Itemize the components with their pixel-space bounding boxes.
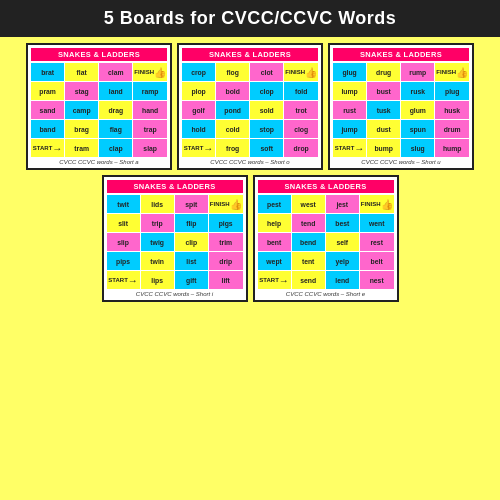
cell-r4-c0: START→ [258, 271, 291, 289]
cell-r4-c3: nest [360, 271, 394, 289]
cell-r4-c0: START→ [182, 139, 215, 157]
cell-r2-c1: camp [65, 101, 98, 119]
cell-r2-c0: golf [182, 101, 215, 119]
word-grid: cropflogclotFINISH👍plopboldclopfoldgolfp… [182, 63, 318, 157]
cell-r1-c2: clop [250, 82, 283, 100]
cell-r0-c1: drug [367, 63, 400, 81]
cell-r0-c1: flat [65, 63, 98, 81]
board-board3: SNAKES & LADDERSglugdrugrumpFINISH👍lumpb… [328, 43, 474, 170]
cell-r3-c0: wept [258, 252, 291, 270]
cell-r0-c2: clam [99, 63, 132, 81]
cell-r1-c1: stag [65, 82, 98, 100]
cell-r4-c2: slug [401, 139, 434, 157]
cell-r3-c0: jump [333, 120, 366, 138]
cell-r0-c1: lids [141, 195, 174, 213]
cell-r2-c1: tusk [367, 101, 400, 119]
cell-r4-c0: START→ [107, 271, 140, 289]
cell-r4-c1: bump [367, 139, 400, 157]
board-label: CVCC CCVC words – Short o [182, 159, 318, 165]
cell-r3-c2: list [175, 252, 208, 270]
cell-r2-c0: sand [31, 101, 64, 119]
board-board1: SNAKES & LADDERSbratflatclamFINISH👍prams… [26, 43, 172, 170]
cell-r3-c1: twin [141, 252, 174, 270]
board-label: CVCC CCVC words – Short e [258, 291, 394, 297]
cell-r1-c0: slit [107, 214, 140, 232]
cell-r3-c2: stop [250, 120, 283, 138]
word-grid: pestwestjestFINISH👍helptendbestwentbentb… [258, 195, 394, 289]
cell-r0-c2: clot [250, 63, 283, 81]
cell-r2-c2: drag [99, 101, 132, 119]
cell-r0-c3: FINISH👍 [284, 63, 318, 81]
cell-r2-c2: sold [250, 101, 283, 119]
cell-r1-c1: bold [216, 82, 249, 100]
cell-r1-c0: lump [333, 82, 366, 100]
cell-r0-c0: crop [182, 63, 215, 81]
cell-r1-c3: pigs [209, 214, 243, 232]
word-grid: bratflatclamFINISH👍pramstaglandrampsandc… [31, 63, 167, 157]
cell-r3-c1: dust [367, 120, 400, 138]
cell-r4-c3: drop [284, 139, 318, 157]
cell-r4-c1: tram [65, 139, 98, 157]
cell-r2-c2: glum [401, 101, 434, 119]
cell-r4-c1: lips [141, 271, 174, 289]
board-board2: SNAKES & LADDERScropflogclotFINISH👍plopb… [177, 43, 323, 170]
word-grid: twitlidsspitFINISH👍slittripflippigsslipt… [107, 195, 243, 289]
cell-r2-c0: bent [258, 233, 291, 251]
cell-r1-c2: flip [175, 214, 208, 232]
cell-r4-c1: send [292, 271, 325, 289]
board-title: SNAKES & LADDERS [258, 180, 394, 193]
cell-r2-c0: slip [107, 233, 140, 251]
cell-r1-c2: best [326, 214, 359, 232]
cell-r1-c0: pram [31, 82, 64, 100]
cell-r4-c0: START→ [333, 139, 366, 157]
cell-r1-c2: land [99, 82, 132, 100]
cell-r0-c0: pest [258, 195, 291, 213]
cell-r4-c3: hump [435, 139, 469, 157]
cell-r0-c0: glug [333, 63, 366, 81]
cell-r3-c3: drip [209, 252, 243, 270]
board-title: SNAKES & LADDERS [107, 180, 243, 193]
cell-r4-c0: START→ [31, 139, 64, 157]
cell-r2-c3: rest [360, 233, 394, 251]
cell-r0-c2: jest [326, 195, 359, 213]
cell-r4-c2: clap [99, 139, 132, 157]
cell-r3-c3: trap [133, 120, 167, 138]
cell-r4-c2: gift [175, 271, 208, 289]
cell-r2-c3: trim [209, 233, 243, 251]
cell-r3-c3: drum [435, 120, 469, 138]
cell-r0-c1: flog [216, 63, 249, 81]
cell-r0-c3: FINISH👍 [133, 63, 167, 81]
cell-r2-c1: twig [141, 233, 174, 251]
cell-r1-c2: rusk [401, 82, 434, 100]
cell-r0-c3: FINISH👍 [360, 195, 394, 213]
cell-r1-c3: went [360, 214, 394, 232]
cell-r2-c3: husk [435, 101, 469, 119]
cell-r1-c0: plop [182, 82, 215, 100]
cell-r2-c1: pond [216, 101, 249, 119]
cell-r1-c3: plug [435, 82, 469, 100]
cell-r1-c1: bust [367, 82, 400, 100]
cell-r4-c3: lift [209, 271, 243, 289]
board-title: SNAKES & LADDERS [333, 48, 469, 61]
cell-r3-c1: cold [216, 120, 249, 138]
cell-r0-c2: spit [175, 195, 208, 213]
word-grid: glugdrugrumpFINISH👍lumpbustruskplugrustt… [333, 63, 469, 157]
board-title: SNAKES & LADDERS [31, 48, 167, 61]
cell-r3-c3: belt [360, 252, 394, 270]
cell-r1-c0: help [258, 214, 291, 232]
cell-r3-c2: yelp [326, 252, 359, 270]
board-label: CVCC CCVC words – Short u [333, 159, 469, 165]
cell-r0-c3: FINISH👍 [209, 195, 243, 213]
board-label: CVCC CCVC words – Short i [107, 291, 243, 297]
cell-r3-c2: spun [401, 120, 434, 138]
page-title: 5 Boards for CVCC/CCVC Words [0, 0, 500, 37]
board-label: CVCC CCVC words – Short a [31, 159, 167, 165]
cell-r2-c0: rust [333, 101, 366, 119]
cell-r0-c0: twit [107, 195, 140, 213]
board-title: SNAKES & LADDERS [182, 48, 318, 61]
board-board4: SNAKES & LADDERStwitlidsspitFINISH👍slitt… [102, 175, 248, 302]
cell-r0-c1: west [292, 195, 325, 213]
cell-r4-c2: lend [326, 271, 359, 289]
board-board5: SNAKES & LADDERSpestwestjestFINISH👍helpt… [253, 175, 399, 302]
cell-r1-c1: trip [141, 214, 174, 232]
